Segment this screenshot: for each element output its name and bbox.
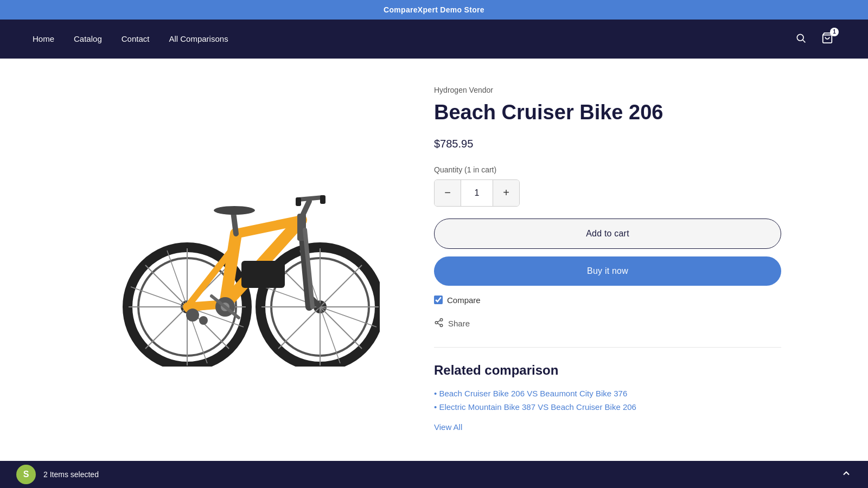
main-content: Hydrogen Vendor Beach Cruiser Bike 206 $… [54,59,814,458]
add-to-cart-button[interactable]: Add to cart [434,219,781,249]
svg-line-26 [320,307,362,349]
nav-item-all-comparisons[interactable]: All Comparisons [169,34,228,44]
svg-line-47 [233,212,236,234]
compare-row: Compare [434,296,781,305]
share-icon [434,318,444,330]
comparison-list: Beach Cruiser Bike 206 VS Beaumont City … [434,387,781,414]
nav-item-home[interactable]: Home [33,34,54,44]
svg-point-0 [797,34,803,41]
product-image-area [87,80,401,436]
nav-link-all-comparisons[interactable]: All Comparisons [169,34,228,43]
divider [434,347,781,348]
quantity-increase-button[interactable]: + [493,180,519,206]
svg-rect-39 [241,261,285,288]
comparison-item-1[interactable]: Electric Mountain Bike 387 VS Beach Crui… [434,400,781,414]
svg-point-48 [214,206,255,215]
svg-point-54 [199,316,208,325]
share-row[interactable]: Share [434,318,781,330]
product-price: $785.95 [434,138,781,150]
compare-checkbox[interactable] [434,296,443,304]
svg-line-10 [145,265,187,307]
product-details: Hydrogen Vendor Beach Cruiser Bike 206 $… [434,80,781,436]
nav-link-home[interactable]: Home [33,34,54,43]
product-title: Beach Cruiser Bike 206 [434,101,781,125]
cart-badge: 1 [830,28,839,36]
announcement-bar: CompareXpert Demo Store [0,0,868,20]
svg-line-27 [320,265,362,307]
svg-line-59 [437,323,440,325]
share-label: Share [448,319,470,328]
svg-line-43 [302,201,309,217]
quantity-label: Quantity (1 in cart) [434,165,781,174]
svg-line-60 [437,320,440,322]
svg-line-13 [145,307,187,349]
svg-point-56 [440,318,443,321]
related-comparison-title: Related comparison [434,363,781,378]
svg-line-28 [278,307,320,349]
navbar: Home Catalog Contact All Comparisons 1 [0,20,868,59]
nav-link-contact[interactable]: Contact [122,34,150,43]
nav-link-catalog[interactable]: Catalog [74,34,102,43]
product-image [108,144,380,372]
comparison-link-1[interactable]: Electric Mountain Bike 387 VS Beach Crui… [439,402,636,412]
comparison-item-0[interactable]: Beach Cruiser Bike 206 VS Beaumont City … [434,387,781,400]
nav-item-contact[interactable]: Contact [122,34,150,44]
svg-line-44 [298,197,323,200]
svg-line-1 [803,40,806,42]
svg-rect-45 [320,195,326,204]
cart-button[interactable]: 1 [819,30,835,49]
compare-label: Compare [447,296,481,305]
quantity-decrease-button[interactable]: − [435,180,461,206]
svg-rect-46 [296,197,301,206]
svg-point-53 [186,309,199,322]
nav-item-catalog[interactable]: Catalog [74,34,102,44]
buy-it-now-button[interactable]: Buy it now [434,256,781,286]
svg-point-58 [440,324,443,327]
svg-point-57 [435,321,438,324]
comparison-link-0[interactable]: Beach Cruiser Bike 206 VS Beaumont City … [439,389,627,398]
announcement-text: CompareXpert Demo Store [384,5,484,14]
quantity-control: − 1 + [434,179,520,207]
nav-links: Home Catalog Contact All Comparisons [33,34,228,44]
view-all-link[interactable]: View All [434,422,462,432]
vendor-name: Hydrogen Vendor [434,86,781,94]
quantity-value: 1 [461,180,493,206]
nav-icons: 1 [793,30,835,49]
search-button[interactable] [793,30,808,48]
